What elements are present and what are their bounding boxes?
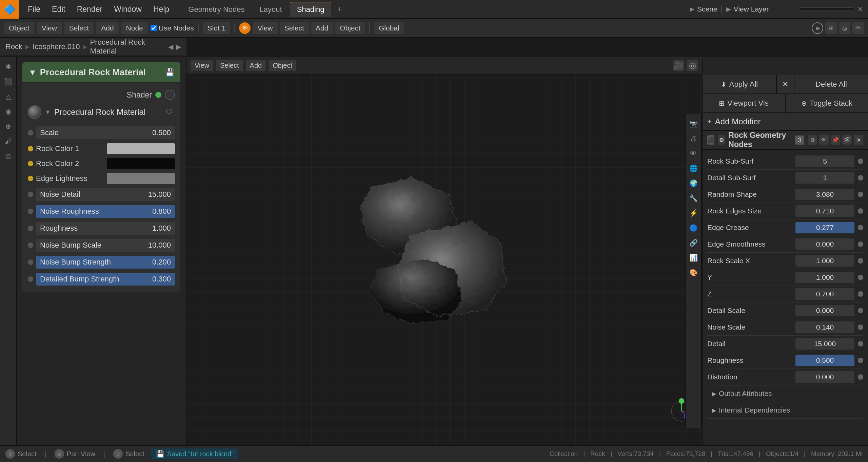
prop-color-swatch[interactable]: [107, 173, 175, 184]
menu-file[interactable]: File: [23, 3, 45, 16]
delete-all-button[interactable]: Delete All: [794, 75, 868, 93]
modifier-prop-dot[interactable]: [858, 308, 863, 313]
menu-help[interactable]: Help: [149, 3, 174, 16]
prop-field[interactable]: Scale0.500: [36, 126, 175, 139]
right-sidebar-output-icon[interactable]: 🖨: [687, 132, 700, 145]
modifier-prop-dot[interactable]: [858, 208, 863, 214]
material-shield-icon[interactable]: 🛡: [164, 107, 175, 118]
shader-dot[interactable]: [155, 92, 161, 98]
overlay-icon[interactable]: ◎: [839, 22, 850, 34]
material-sphere-icon[interactable]: [28, 105, 41, 119]
view-btn-2[interactable]: View: [253, 22, 277, 34]
sidebar-icon-weight[interactable]: ⚖: [2, 150, 15, 163]
prop-field[interactable]: Noise Roughness0.800: [36, 205, 175, 218]
add-btn-2[interactable]: Add: [311, 22, 333, 34]
modifier-prop-dot[interactable]: [858, 175, 863, 181]
use-nodes-checkbox[interactable]: [151, 25, 157, 31]
right-sidebar-particles-icon[interactable]: ⚡: [687, 207, 700, 219]
view-layer-name[interactable]: View Layer: [734, 5, 769, 13]
modifier-copy-icon[interactable]: ⧉: [808, 135, 817, 145]
modifier-prop-dot[interactable]: [858, 341, 863, 346]
tab-layout[interactable]: Layout: [253, 2, 289, 17]
apply-all-button[interactable]: ⬇ Apply All: [703, 75, 777, 93]
material-name-text[interactable]: Procedural Rock Material: [54, 107, 161, 117]
breadcrumb-item-1[interactable]: Rock: [5, 42, 22, 51]
modifier-prop-dot[interactable]: [858, 275, 863, 280]
right-sidebar-world-icon[interactable]: 🌍: [687, 177, 700, 190]
view-btn[interactable]: View: [37, 22, 62, 34]
sidebar-icon-cursor[interactable]: ✱: [2, 60, 15, 73]
modifier-prop-dot[interactable]: [858, 374, 863, 380]
modifier-prop-dot[interactable]: [858, 241, 863, 247]
status-select-1[interactable]: 🖱 Select: [5, 449, 37, 459]
menu-edit[interactable]: Edit: [47, 3, 70, 16]
modifier-prop-value[interactable]: 1: [795, 172, 854, 184]
modifier-prop-value[interactable]: 3.080: [795, 189, 854, 200]
material-save-icon[interactable]: 💾: [165, 68, 174, 77]
modifier-render-icon[interactable]: 🎬: [842, 135, 852, 145]
use-nodes-check[interactable]: Use Nodes: [151, 24, 194, 32]
right-sidebar-constraints-icon[interactable]: 🔗: [687, 236, 700, 249]
viewport-add-btn[interactable]: Add: [246, 60, 266, 71]
modifier-prop-value[interactable]: 0.140: [795, 321, 854, 333]
modifier-prop-dot[interactable]: [858, 159, 863, 164]
modifier-prop-dot[interactable]: [858, 324, 863, 330]
global-dropdown[interactable]: Global: [374, 22, 404, 34]
modifier-prop-value[interactable]: 0.710: [795, 205, 854, 217]
transform-icon[interactable]: ⊕: [812, 22, 823, 34]
modifier-prop-value[interactable]: 5: [795, 155, 854, 167]
modifier-prop-value[interactable]: 0.000: [795, 305, 854, 316]
tab-add[interactable]: +: [332, 3, 346, 16]
right-sidebar-data-icon[interactable]: 📊: [687, 251, 700, 264]
object-dropdown[interactable]: Object: [4, 22, 34, 34]
viewport-object-btn[interactable]: Object: [269, 60, 296, 71]
viewport-view-btn[interactable]: View: [191, 60, 213, 71]
modifier-prop-dot[interactable]: [858, 225, 863, 230]
prop-field[interactable]: Detailed Bump Strength0.300: [36, 273, 175, 286]
prop-field[interactable]: Noise Detail15.000: [36, 188, 175, 201]
viewport-vis-button[interactable]: ⊞ Viewport Vis: [703, 94, 786, 112]
3d-viewport[interactable]: View Select Add Object 🎥 ◎: [186, 57, 702, 445]
close-icon[interactable]: ✕: [857, 5, 863, 13]
breadcrumb-back[interactable]: ◀: [168, 43, 173, 51]
viewport-display-icon[interactable]: 👁: [852, 22, 864, 34]
breadcrumb-item-3[interactable]: Procedural Rock Material: [90, 38, 165, 56]
sidebar-icon-object[interactable]: ⬛: [2, 75, 15, 88]
prop-color-swatch[interactable]: [107, 143, 175, 154]
breadcrumb-item-2[interactable]: Icosphere.010: [33, 42, 80, 51]
menu-render[interactable]: Render: [72, 3, 107, 16]
viewport-camera-icon[interactable]: 🎥: [673, 60, 684, 71]
select-btn[interactable]: Select: [64, 22, 94, 34]
menu-window[interactable]: Window: [109, 3, 146, 16]
breadcrumb-forward[interactable]: ▶: [176, 43, 181, 51]
modifier-prop-value[interactable]: 0.700: [795, 288, 854, 300]
sidebar-icon-edit[interactable]: △: [2, 90, 15, 103]
sidebar-icon-sculpt[interactable]: ◉: [2, 105, 15, 118]
right-sidebar-render-icon[interactable]: 📷: [687, 117, 700, 130]
modifier-prop-value[interactable]: 0.500: [795, 355, 854, 366]
status-select-2[interactable]: 🖱 Select: [113, 449, 144, 459]
add-modifier-bar[interactable]: + Add Modifier: [703, 113, 868, 131]
modifier-prop-dot[interactable]: [858, 192, 863, 197]
modifier-visibility-icon[interactable]: 👁: [819, 135, 829, 145]
right-sidebar-scene-icon[interactable]: 🌐: [687, 162, 700, 175]
viewport-select-btn[interactable]: Select: [216, 60, 243, 71]
prop-field[interactable]: Noise Bump Scale10.000: [36, 239, 175, 252]
modifier-pin-icon[interactable]: 📌: [831, 135, 840, 145]
select-btn-2[interactable]: Select: [280, 22, 309, 34]
modifier-prop-value[interactable]: 0.277: [795, 222, 854, 233]
viewport-icon[interactable]: 👁: [239, 22, 251, 34]
right-sidebar-material-icon[interactable]: 🎨: [687, 266, 700, 279]
prop-field[interactable]: Noise Bump Strength0.200: [36, 256, 175, 269]
material-header[interactable]: ▼ Procedural Rock Material 💾: [22, 62, 180, 82]
section-toggle[interactable]: ▶Internal Dependencies: [707, 402, 863, 419]
status-pan-view[interactable]: ⊕ Pan View: [55, 449, 95, 459]
modifier-prop-value[interactable]: 1.000: [795, 255, 854, 267]
close-modifier-button[interactable]: ✕: [777, 75, 794, 93]
prop-field[interactable]: Roughness1.000: [36, 222, 175, 235]
scene-name[interactable]: Scene: [697, 5, 717, 13]
search-box[interactable]: [800, 7, 854, 11]
modifier-prop-value[interactable]: 15.000: [795, 338, 854, 350]
modifier-prop-value[interactable]: 0.000: [795, 238, 854, 250]
node-btn[interactable]: Node: [121, 22, 148, 34]
